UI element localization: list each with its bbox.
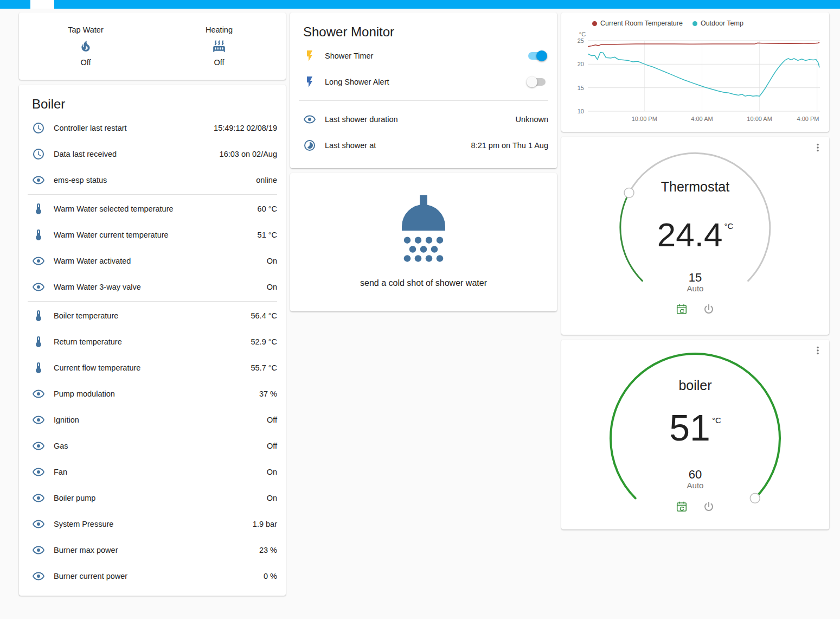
calendar-sync-icon[interactable] xyxy=(675,500,688,513)
entity-name: Boiler pump xyxy=(54,494,262,502)
svg-text:10:00 AM: 10:00 AM xyxy=(747,116,772,122)
entity-row[interactable]: IgnitionOff xyxy=(28,407,277,433)
column-middle: Shower Monitor Shower TimerLong Shower A… xyxy=(290,12,557,311)
hvac-mode: Auto xyxy=(561,481,829,490)
tap-heating-card: Tap Water Off Heating Off xyxy=(19,12,286,80)
entity-name: Warm Water selected temperature xyxy=(54,205,253,213)
entity-row[interactable]: Current flow temperature55.7 °C xyxy=(28,355,277,381)
fire-icon xyxy=(79,39,93,53)
entity-name: Warm Water 3-way valve xyxy=(54,283,262,291)
thermometer-icon xyxy=(32,202,45,215)
entity-name: Current flow temperature xyxy=(54,363,246,372)
entity-name: Fan xyxy=(54,468,262,476)
entity-list: Last shower durationUnknownLast shower a… xyxy=(299,106,548,158)
entity-row[interactable]: FanOn xyxy=(28,459,277,485)
target-temperature: 15 xyxy=(561,271,829,285)
entity-row[interactable]: Burner max power23 % xyxy=(28,537,277,563)
more-options-button[interactable] xyxy=(812,141,825,154)
chart-legend: Current Room Temperature Outdoor Temp xyxy=(592,18,824,29)
dashboard: Tap Water Off Heating Off Boiler Control… xyxy=(0,9,840,596)
eye-icon xyxy=(32,570,45,583)
entity-state: Off xyxy=(80,58,91,67)
thermometer-icon xyxy=(32,361,45,374)
boiler-card: Boiler Controller last restart15:49:12 0… xyxy=(19,85,286,596)
app-header xyxy=(0,0,840,9)
boiler-dial-card: boiler 51°C 60 Auto xyxy=(561,340,829,529)
dial-title: boiler xyxy=(561,378,829,393)
thermometer-icon xyxy=(32,309,45,322)
entity-name: Pump modulation xyxy=(54,390,255,398)
entity-name: Gas xyxy=(54,442,262,450)
eye-icon xyxy=(32,387,45,400)
entity-row[interactable]: Last shower durationUnknown xyxy=(299,106,548,132)
entity-state: 55.7 °C xyxy=(251,363,277,372)
entity-state: 1.9 bar xyxy=(253,520,277,528)
shower-icon xyxy=(290,188,557,272)
entity-name: System Pressure xyxy=(54,520,248,528)
svg-text:4:00 PM: 4:00 PM xyxy=(797,116,819,122)
shower-action-card[interactable]: send a cold shot of shower water xyxy=(290,173,557,311)
shower-monitor-card: Shower Monitor Shower TimerLong Shower A… xyxy=(290,12,557,168)
entity-row[interactable]: Data last received16:03 on 02/Aug xyxy=(28,141,277,167)
entity-name: Data last received xyxy=(54,150,215,158)
entity-row[interactable]: GasOff xyxy=(28,433,277,459)
entity-state: Off xyxy=(267,442,277,450)
power-icon[interactable] xyxy=(702,500,715,513)
clock-icon xyxy=(32,148,45,161)
eye-icon xyxy=(32,174,45,187)
entity-name: Return temperature xyxy=(54,337,246,346)
entity-row[interactable]: Controller last restart15:49:12 02/08/19 xyxy=(28,115,277,141)
eye-icon xyxy=(32,413,45,426)
more-options-button[interactable] xyxy=(812,344,825,357)
toggle-switch[interactable] xyxy=(527,50,547,61)
calendar-sync-icon[interactable] xyxy=(675,303,688,316)
history-chart: 10:00 PM4:00 AM10:00 AM4:00 PM10152025°C xyxy=(566,30,824,131)
entity-row[interactable]: Return temperature52.9 °C xyxy=(28,329,277,355)
thermostat-card: Thermostat 24.4°C 15 Auto xyxy=(561,137,829,335)
entity-row[interactable]: Long Shower Alert xyxy=(299,69,548,95)
legend-item: Current Room Temperature xyxy=(592,20,683,27)
entity-row[interactable]: ems-esp statusonline xyxy=(28,167,277,193)
entity-row[interactable]: System Pressure1.9 bar xyxy=(28,511,277,537)
entity-row[interactable]: Warm Water activatedOn xyxy=(28,248,277,274)
power-icon[interactable] xyxy=(702,303,715,316)
clock-icon xyxy=(32,122,45,135)
toggle-knob xyxy=(527,76,537,87)
radiator-icon xyxy=(212,39,226,53)
card-title: Shower Monitor xyxy=(299,17,548,43)
svg-text:10: 10 xyxy=(578,108,584,114)
entity-row[interactable]: Warm Water 3-way valveOn xyxy=(28,274,277,300)
entity-row[interactable]: Last shower at8:21 pm on Thu 1 Aug xyxy=(299,132,548,158)
entity-row[interactable]: Warm Water current temperature51 °C xyxy=(28,222,277,248)
entity-name: Last shower duration xyxy=(325,115,511,124)
eye-icon xyxy=(32,492,45,505)
entity-name: Shower Timer xyxy=(325,52,527,60)
entity-name: Burner max power xyxy=(54,546,255,554)
entity-state: 52.9 °C xyxy=(251,337,277,346)
dial-actions xyxy=(561,500,829,513)
thermometer-icon xyxy=(32,228,45,241)
entity-row[interactable]: Burner current power0 % xyxy=(28,563,277,589)
card-title: Boiler xyxy=(28,89,277,115)
flash-icon xyxy=(303,49,316,62)
entity-state: 60 °C xyxy=(258,205,277,213)
entity-row[interactable]: Boiler temperature56.4 °C xyxy=(28,303,277,329)
entity-row[interactable]: Warm Water selected temperature60 °C xyxy=(28,196,277,222)
timelapse-icon xyxy=(303,139,316,152)
heating-entity[interactable]: Heating Off xyxy=(152,12,286,80)
entity-name: Heating xyxy=(206,25,233,34)
column-left: Tap Water Off Heating Off Boiler Control… xyxy=(19,12,286,596)
entity-row[interactable]: Boiler pumpOn xyxy=(28,485,277,511)
entity-state: On xyxy=(267,468,277,476)
entity-state: online xyxy=(256,176,277,184)
legend-dot xyxy=(592,21,597,26)
toggle-switch[interactable] xyxy=(527,76,547,87)
tap-water-entity[interactable]: Tap Water Off xyxy=(19,12,152,80)
header-tab[interactable] xyxy=(30,0,54,9)
entity-state: On xyxy=(267,494,277,502)
entity-row[interactable]: Pump modulation37 % xyxy=(28,381,277,407)
entity-row[interactable]: Shower Timer xyxy=(299,43,548,69)
dial-title: Thermostat xyxy=(561,179,829,195)
entity-state: Off xyxy=(267,416,277,424)
dial-actions xyxy=(561,303,829,316)
